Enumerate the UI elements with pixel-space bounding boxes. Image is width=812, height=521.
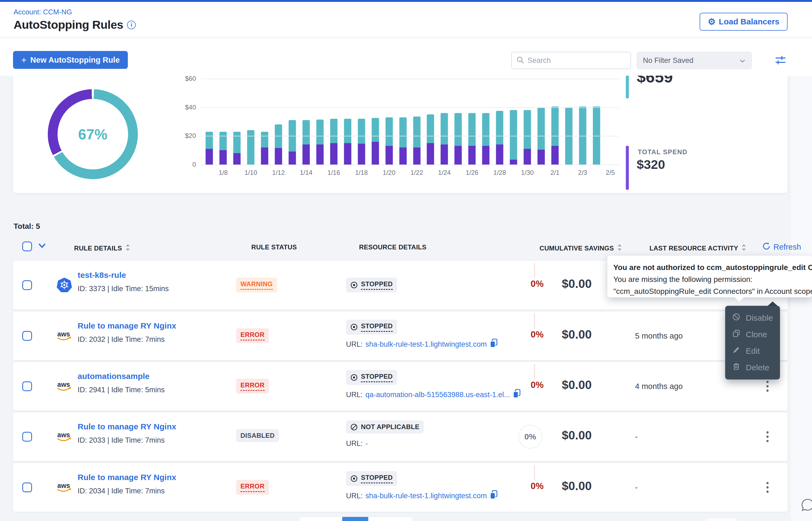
column-header-label: RULE STATUS — [251, 244, 297, 251]
resource-status-cell: STOPPED — [346, 471, 397, 486]
select-all-checkbox[interactable] — [22, 242, 32, 251]
sort-icon[interactable] — [617, 244, 623, 253]
rule-name-link[interactable]: Rule to manage RY Nginx — [78, 422, 176, 431]
row-actions-kebab[interactable] — [762, 427, 773, 447]
bar-slot — [230, 78, 244, 164]
resource-state-badge: STOPPED — [346, 370, 397, 385]
spend-bar-segment — [427, 143, 434, 164]
rule-meta: ID: 2033 | Idle Time: 7mins — [78, 436, 165, 445]
stacked-bar — [413, 117, 420, 164]
plus-icon: + — [21, 55, 27, 65]
row-checkbox[interactable] — [22, 432, 32, 441]
kebab-dot — [766, 440, 769, 442]
rule-name-link[interactable]: test-k8s-rule — [78, 271, 126, 280]
bar-slot: 2/1 — [548, 78, 562, 164]
rule-status-cell: ERROR — [236, 328, 269, 343]
saved-filter-select[interactable]: No Filter Saved — [637, 52, 752, 69]
help-chat-button[interactable] — [799, 497, 812, 514]
sort-icon[interactable] — [741, 244, 747, 253]
spend-bar-segment — [261, 148, 269, 164]
edit-icon — [732, 346, 740, 356]
copy-icon[interactable] — [490, 339, 498, 350]
rule-name-link[interactable]: Rule to manage RY Nginx — [78, 473, 176, 482]
savings-percent-value: 0% — [512, 330, 543, 340]
table-row: awsautomationsampleID: 2941 | Idle Time:… — [13, 362, 788, 411]
column-header-rule-details[interactable]: RULE DETAILS — [74, 244, 131, 253]
tooltip-line: You are not authorized to ccm_autostoppi… — [613, 262, 812, 273]
load-balancers-button[interactable]: ⚙ Load Balancers — [700, 13, 788, 31]
context-menu-item-disable[interactable]: Disable — [725, 310, 780, 326]
sort-icon[interactable] — [125, 244, 131, 253]
column-header-last-resource-activity[interactable]: LAST RESOURCE ACTIVITY — [649, 244, 747, 253]
load-balancers-label: Load Balancers — [719, 17, 779, 26]
savings-amount: $0.00 — [562, 429, 592, 442]
resource-state-badge: NOT APPLICABLE — [346, 421, 424, 433]
bar-slot — [479, 78, 493, 164]
stacked-bar — [344, 119, 351, 164]
savings-bar-segment — [316, 119, 323, 144]
resource-url-link[interactable]: sha-bulk-rule-test-1.lightwingtest.com — [366, 492, 487, 500]
row-checkbox[interactable] — [22, 331, 32, 341]
spend-bar-segment — [551, 146, 558, 164]
disable-icon — [732, 313, 740, 323]
total-spend-indicator — [626, 146, 629, 190]
info-icon[interactable]: i — [127, 21, 136, 29]
stacked-bar — [233, 132, 241, 164]
new-autostopping-rule-button[interactable]: + New AutoStopping Rule — [13, 51, 128, 69]
context-menu-item-delete[interactable]: Delete — [725, 359, 780, 376]
status-badge-label: ERROR — [240, 331, 264, 340]
row-checkbox[interactable] — [22, 280, 32, 290]
context-menu-item-edit[interactable]: Edit — [725, 343, 780, 359]
pagination-next-button[interactable] — [706, 518, 738, 521]
pagination-current-page[interactable] — [342, 517, 368, 521]
bar-slot — [424, 78, 437, 164]
bar-slot: 1/22 — [410, 78, 424, 164]
savings-sparkline — [534, 465, 535, 480]
gear-icon: ⚙ — [708, 17, 715, 26]
savings-bar-segment — [496, 111, 504, 144]
row-checkbox[interactable] — [22, 381, 32, 391]
aws-icon: aws — [57, 380, 73, 393]
rule-name-link[interactable]: automationsample — [78, 372, 150, 381]
account-breadcrumb[interactable]: Account: CCM-NG — [14, 8, 72, 16]
stacked-bar — [399, 117, 407, 164]
savings-percent-value: 0% — [524, 432, 536, 441]
rule-name-link[interactable]: Rule to manage RY Nginx — [78, 321, 176, 331]
row-checkbox[interactable] — [22, 482, 32, 492]
bar-slot — [202, 78, 216, 164]
savings-bar-segment — [206, 132, 213, 149]
stacked-bar — [482, 113, 490, 164]
stop-circle-icon — [350, 281, 358, 289]
resource-url-link[interactable]: qa-automation-alb-515563988.us-east-1.el… — [366, 391, 510, 399]
refresh-button[interactable]: Refresh — [762, 242, 801, 252]
copy-icon[interactable] — [490, 490, 498, 501]
spend-bar-segment — [482, 146, 490, 164]
column-header-cumulative-savings[interactable]: CUMULATIVE SAVINGS — [539, 244, 623, 253]
spend-bar-segment — [316, 144, 323, 164]
savings-sparkline — [534, 314, 535, 329]
url-prefix: URL: — [346, 439, 363, 448]
spend-bar-segment — [344, 143, 351, 164]
table-total-count: Total: 5 — [14, 222, 40, 231]
spend-bar-segment — [219, 150, 227, 164]
bar-slot — [368, 78, 382, 164]
row-actions-kebab[interactable] — [762, 478, 773, 497]
resource-url-line: URL:qa-automation-alb-515563988.us-east-… — [346, 389, 521, 400]
column-header-label: RESOURCE DETAILS — [359, 244, 426, 251]
savings-bar-segment — [454, 113, 462, 146]
savings-bar-segment — [537, 107, 545, 150]
savings-bar-segment — [593, 107, 600, 164]
bar-slot: 1/30 — [520, 78, 534, 164]
copy-icon[interactable] — [513, 389, 521, 400]
x-axis-tick-label: 1/30 — [521, 169, 534, 177]
bar-slot: 1/10 — [244, 78, 258, 164]
pagination[interactable] — [299, 517, 413, 521]
resource-url-link[interactable]: sha-bulk-rule-test-1.lightwingtest.com — [366, 340, 487, 348]
select-menu-chevron-icon[interactable] — [38, 243, 46, 250]
x-axis-tick-label: 1/10 — [244, 169, 257, 177]
filter-panel-button[interactable] — [773, 54, 788, 67]
new-rule-label: New AutoStopping Rule — [30, 55, 120, 65]
context-menu-item-clone[interactable]: Clone — [725, 326, 780, 343]
resource-url-link[interactable]: - — [366, 439, 368, 448]
search-input[interactable] — [528, 56, 626, 65]
